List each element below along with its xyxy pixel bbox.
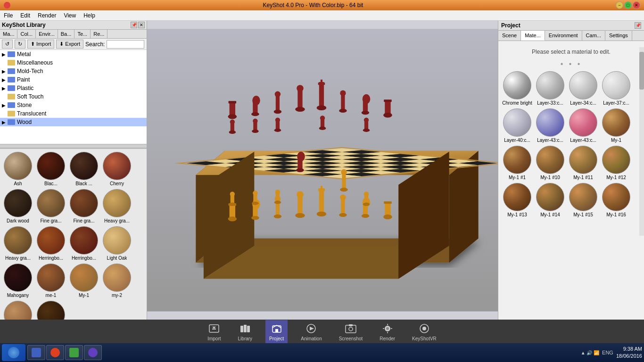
- taskbar-app1[interactable]: [27, 345, 45, 360]
- tab-settings[interactable]: Settings: [605, 31, 632, 41]
- mat-finegra1[interactable]: Fine gra...: [35, 188, 67, 224]
- toolbar-animation[interactable]: Animation: [297, 320, 325, 343]
- mat-label-ash: Ash: [14, 181, 22, 186]
- refresh-button[interactable]: ↺: [2, 40, 13, 49]
- rmat-my1-10[interactable]: My-1 #10: [534, 145, 566, 181]
- tree-item-plastic[interactable]: ▶Plastic: [0, 84, 147, 92]
- toolbar-import[interactable]: Import: [204, 320, 224, 343]
- tab-materials[interactable]: Ma...: [0, 30, 17, 38]
- svg-point-146: [252, 202, 258, 205]
- mat-herringbo1[interactable]: Herringbo...: [35, 225, 67, 262]
- tab-backplates[interactable]: Ba...: [58, 30, 75, 38]
- tab-environments[interactable]: Envir...: [36, 30, 58, 38]
- rmat-my1-1[interactable]: My-1 #1: [501, 145, 533, 181]
- import-button[interactable]: ⬆ Import: [27, 40, 54, 49]
- svg-point-131: [317, 212, 327, 216]
- rmat-layer43a[interactable]: Layer-43:c...: [534, 107, 566, 144]
- mat-my1[interactable]: My-1: [68, 263, 100, 299]
- right-panel: Project 📌 Scene Mate... Environment Cam.…: [498, 21, 644, 320]
- rmat-my1-14[interactable]: My-1 #14: [534, 182, 566, 218]
- menu-file[interactable]: File: [0, 11, 17, 20]
- resize-handle[interactable]: [0, 144, 147, 148]
- menu-help[interactable]: Help: [80, 11, 99, 20]
- rmat-chrome-bright[interactable]: Chrome bright: [501, 70, 533, 107]
- project-panel-header: Project 📌: [498, 21, 644, 31]
- rmat-my1-15[interactable]: My-1 #15: [567, 182, 599, 218]
- tree-item-translucent[interactable]: Translucent: [0, 109, 147, 118]
- right-scrollbar[interactable]: [639, 47, 644, 236]
- rmat-layer37[interactable]: Layer-37:c...: [600, 70, 632, 107]
- tab-environment[interactable]: Environment: [545, 31, 582, 41]
- mat-me1[interactable]: me-1: [35, 263, 67, 299]
- mat-my2[interactable]: my-2: [101, 263, 133, 299]
- menu-render[interactable]: Render: [34, 11, 60, 20]
- rmat-layer43b[interactable]: Layer-43:c...: [567, 107, 599, 144]
- taskbar-app4[interactable]: [84, 345, 102, 360]
- close-button[interactable]: ✕: [633, 1, 640, 9]
- mat-cherry[interactable]: Cherry: [101, 151, 133, 187]
- panel-pin-button[interactable]: 📌: [131, 22, 137, 28]
- tab-camera[interactable]: Cam...: [582, 31, 605, 41]
- mat-heavygra2[interactable]: Heavy gra...: [2, 225, 34, 262]
- mat-row-extra1[interactable]: ...: [2, 300, 34, 320]
- rmat-swatch-layer40: [503, 108, 531, 137]
- mat-black2[interactable]: Black ...: [68, 151, 100, 187]
- tree-item-metal[interactable]: ▶Metal: [0, 50, 147, 58]
- export-button[interactable]: ⬇ Export: [56, 40, 83, 49]
- tab-colors[interactable]: Col...: [17, 30, 36, 38]
- mat-label-lightoak: Light Oak: [107, 255, 127, 261]
- mat-heavygra1[interactable]: Heavy gra...: [101, 188, 133, 224]
- mat-mahogany[interactable]: Mahogany: [2, 263, 34, 299]
- toolbar-render[interactable]: Render: [376, 320, 399, 343]
- scrollbar-thumb[interactable]: [639, 52, 644, 90]
- toolbar-project[interactable]: Project: [265, 320, 288, 343]
- rmat-layer33[interactable]: Layer-33:c...: [534, 70, 566, 107]
- mat-finegra2[interactable]: Fine gra...: [68, 188, 100, 224]
- mat-lightoak[interactable]: Light Oak: [101, 225, 133, 262]
- rmat-layer34[interactable]: Layer-34:c...: [567, 70, 599, 107]
- mat-ash[interactable]: Ash: [2, 151, 34, 187]
- right-panel-pin[interactable]: 📌: [635, 22, 641, 29]
- taskbar-app3[interactable]: [65, 345, 83, 360]
- mat-row-extra2[interactable]: ...: [35, 300, 67, 320]
- panel-close-button[interactable]: ✕: [138, 22, 145, 28]
- tree-item-softtouch[interactable]: Soft Touch: [0, 92, 147, 101]
- rmat-layer40[interactable]: Layer-40:c...: [501, 107, 533, 144]
- rmat-my1-13[interactable]: My-1 #13: [501, 182, 533, 218]
- project-label: Project: [269, 336, 284, 341]
- tab-textures[interactable]: Te...: [74, 30, 91, 38]
- viewport[interactable]: [147, 21, 498, 320]
- svg-rect-83: [297, 89, 302, 109]
- reload-button[interactable]: ↻: [15, 40, 25, 49]
- tab-materials[interactable]: Mate...: [521, 31, 545, 41]
- rmat-my1-12[interactable]: My-1 #12: [600, 145, 632, 181]
- svg-point-142: [230, 191, 235, 196]
- tree-item-wood[interactable]: ▶Wood: [0, 118, 147, 126]
- rmat-my1-11[interactable]: My-1 #11: [567, 145, 599, 181]
- tree-item-stone[interactable]: ▶Stone: [0, 101, 147, 109]
- search-input[interactable]: [107, 40, 144, 49]
- rmat-my1[interactable]: My-1: [600, 107, 632, 144]
- toolbar-keyshotvr[interactable]: KeyShotVR: [408, 320, 440, 343]
- svg-point-96: [362, 111, 370, 115]
- menu-edit[interactable]: Edit: [17, 11, 34, 20]
- tree-item-miscellaneous[interactable]: Miscellaneous: [0, 58, 147, 67]
- mat-herringbo2[interactable]: Herringbo...: [68, 225, 100, 262]
- svg-point-137: [362, 214, 370, 218]
- minimize-button[interactable]: −: [616, 1, 623, 9]
- tree-item-paint[interactable]: ▶Paint: [0, 75, 147, 84]
- mat-black1[interactable]: Blac...: [35, 151, 67, 187]
- toolbar-library[interactable]: Library: [234, 320, 256, 343]
- maximize-button[interactable]: □: [624, 1, 632, 9]
- taskbar-app2[interactable]: [46, 345, 64, 360]
- tree-item-moldtech[interactable]: ▶Mold-Tech: [0, 67, 147, 75]
- mat-darkwood[interactable]: Dark wood: [2, 188, 34, 224]
- rmat-my1-16[interactable]: My-1 #16: [600, 182, 632, 218]
- start-button[interactable]: [2, 344, 25, 361]
- menu-view[interactable]: View: [60, 11, 80, 20]
- tab-recent[interactable]: Re...: [91, 30, 107, 38]
- mat-swatch-extra1: [4, 301, 32, 320]
- language-indicator: ENG: [602, 350, 613, 355]
- tab-scene[interactable]: Scene: [498, 31, 521, 41]
- toolbar-screenshot[interactable]: Screenshot: [335, 320, 367, 343]
